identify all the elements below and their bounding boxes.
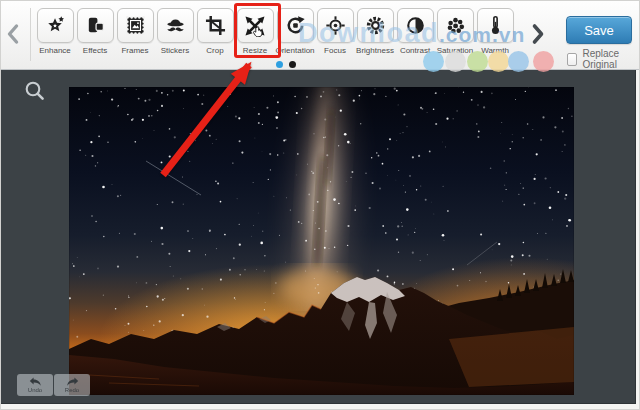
tool-focus: Focus [315, 8, 355, 55]
tool-saturation-button[interactable] [437, 8, 474, 43]
tool-enhance: Enhance [35, 8, 75, 55]
saturation-icon [445, 15, 466, 36]
history-controls: Undo Redo [17, 374, 90, 396]
tool-enhance-button[interactable] [37, 8, 74, 43]
effects-icon [85, 15, 106, 36]
toolbar-scroll-right-icon[interactable] [531, 23, 545, 45]
crop-icon [205, 15, 226, 36]
orientation-icon [285, 15, 306, 36]
tool-stickers-button[interactable] [157, 8, 194, 43]
tool-orientation-button[interactable] [277, 8, 314, 43]
tool-frames-button[interactable] [117, 8, 154, 43]
pager-dot [289, 61, 296, 68]
replace-original-checkbox[interactable] [567, 53, 577, 66]
tool-resize-button[interactable] [237, 8, 274, 43]
tool-frames: Frames [115, 8, 155, 55]
zoom-icon[interactable] [23, 79, 47, 103]
tool-frames-label: Frames [115, 46, 155, 55]
tool-brightness-label: Brightness [355, 46, 395, 55]
photo-image [69, 87, 574, 395]
tool-crop-button[interactable] [197, 8, 234, 43]
tool-stickers-label: Stickers [155, 46, 195, 55]
tool-warmth: Warmth [475, 8, 515, 55]
tool-saturation: Saturation [435, 8, 475, 55]
tool-effects-label: Effects [75, 46, 115, 55]
watermark-dot [533, 51, 554, 72]
warmth-icon [485, 15, 506, 36]
contrast-icon [405, 15, 426, 36]
frames-icon [125, 15, 146, 36]
tool-effects-button[interactable] [77, 8, 114, 43]
toolbar: EnhanceEffectsFramesStickersCropResizeOr… [1, 1, 640, 70]
photo-editor-window: EnhanceEffectsFramesStickersCropResizeOr… [0, 0, 640, 410]
undo-icon [29, 377, 42, 387]
tool-stickers: Stickers [155, 8, 195, 55]
tool-saturation-label: Saturation [435, 46, 475, 55]
toolbar-divider [30, 8, 31, 61]
replace-original-row: Replace Original [567, 48, 639, 70]
tool-warmth-label: Warmth [475, 46, 515, 55]
tool-contrast: Contrast [395, 8, 435, 55]
tool-contrast-button[interactable] [397, 8, 434, 43]
undo-label: Undo [28, 387, 42, 393]
tool-crop: Crop [195, 8, 235, 55]
tool-orientation: Orientation [275, 8, 315, 55]
tool-brightness-button[interactable] [357, 8, 394, 43]
redo-label: Redo [65, 387, 79, 393]
save-button[interactable]: Save [566, 16, 632, 44]
tool-enhance-label: Enhance [35, 46, 75, 55]
undo-button[interactable]: Undo [17, 374, 53, 396]
resize-icon [244, 15, 266, 37]
stickers-icon [165, 15, 186, 36]
toolbar-scroll-left-icon[interactable] [6, 23, 20, 45]
redo-button[interactable]: Redo [54, 374, 90, 396]
focus-icon [325, 15, 346, 36]
editor-canvas: Undo Redo [1, 69, 636, 404]
enhance-icon [45, 15, 66, 36]
tool-resize: Resize [235, 8, 275, 55]
tool-contrast-label: Contrast [395, 46, 435, 55]
photo-preview [69, 87, 574, 395]
pager-dot-active [276, 61, 283, 68]
tool-orientation-label: Orientation [275, 46, 315, 55]
replace-original-label: Replace Original [582, 48, 639, 70]
tool-crop-label: Crop [195, 46, 235, 55]
tool-warmth-button[interactable] [477, 8, 514, 43]
tool-focus-button[interactable] [317, 8, 354, 43]
brightness-icon [365, 15, 386, 36]
tool-resize-label: Resize [235, 46, 275, 55]
tool-effects: Effects [75, 8, 115, 55]
tool-focus-label: Focus [315, 46, 355, 55]
tool-brightness: Brightness [355, 8, 395, 55]
redo-icon [66, 377, 79, 387]
